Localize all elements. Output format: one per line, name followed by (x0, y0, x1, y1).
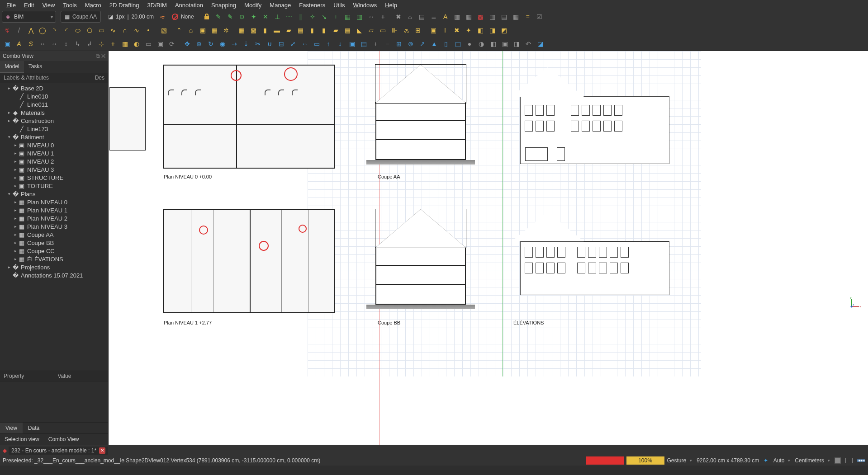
preflight-icon[interactable]: ▦ (464, 11, 474, 22)
building-icon[interactable]: ⌂ (185, 25, 196, 36)
expand-icon[interactable]: ▸ (6, 86, 12, 90)
hatch-icon[interactable]: ◐ (131, 38, 142, 49)
pipe-connector-icon[interactable]: ▰ (330, 25, 341, 36)
status-swatch-icon[interactable] (835, 457, 841, 464)
menu-edit[interactable]: Edit (20, 1, 38, 9)
column-icon[interactable]: ▩ (248, 25, 259, 36)
path-array-icon[interactable]: ↗ (417, 38, 428, 49)
menu-file[interactable]: File (3, 1, 19, 9)
simple-copy-icon[interactable]: ▣ (499, 38, 510, 49)
search-icon[interactable]: ▦ (511, 11, 522, 22)
dimension-vert-icon[interactable]: ↕ (61, 38, 71, 49)
ellipse-tool-icon[interactable]: ⬭ (72, 25, 83, 36)
move-icon[interactable]: ✥ (182, 38, 193, 49)
arc3-tool-icon[interactable]: ◜ (61, 25, 71, 36)
prop-tab-view[interactable]: View (0, 423, 23, 433)
snap-dims-icon[interactable]: ↔ (366, 11, 377, 22)
tree-item[interactable]: ▸▦Coupe CC (0, 247, 108, 255)
toggle-sub-icon[interactable]: ◨ (511, 38, 522, 49)
bezier-tool-icon[interactable]: ∩ (119, 25, 130, 36)
mirror-icon[interactable]: ▲ (429, 38, 440, 49)
remove-comp-icon[interactable]: ▤ (358, 38, 369, 49)
polygon-tool-icon[interactable]: ⬠ (84, 25, 95, 36)
expand-icon[interactable]: ▸ (13, 151, 18, 155)
tree-item[interactable]: ▸▦ÉLÉVATIONS (0, 255, 108, 263)
menu-annotation[interactable]: Annotation (171, 1, 207, 9)
draft2sketch-icon[interactable]: ▭ (311, 38, 322, 49)
split-icon[interactable]: ⊟ (276, 38, 287, 49)
shapestring-icon[interactable]: S (25, 38, 36, 49)
minus-icon[interactable]: − (382, 38, 393, 49)
tree-item[interactable]: ▸▦Coupe BB (0, 239, 108, 247)
nav-axes-icon[interactable]: x y z (849, 296, 862, 309)
menu-view[interactable]: View (38, 1, 58, 9)
add-comp-icon[interactable]: ▣ (346, 38, 357, 49)
status-monitor-icon[interactable] (845, 458, 853, 463)
tree-item[interactable]: ▾�Bâtiment (0, 133, 108, 141)
expand-icon[interactable]: ▸ (6, 110, 12, 115)
fuse-icon[interactable]: ● (464, 38, 475, 49)
roof-icon[interactable]: ◣ (354, 25, 365, 36)
array-polar-icon[interactable]: ⊚ (405, 38, 416, 49)
toggle-grid-icon[interactable]: ⌗ (378, 11, 389, 22)
expand-icon[interactable]: ▸ (13, 167, 18, 172)
join-icon[interactable]: ∪ (264, 38, 275, 49)
space-icon[interactable]: ▦ (209, 25, 220, 36)
menu-windows[interactable]: Windows (349, 1, 380, 9)
ifc-explore-icon[interactable]: ⌂ (405, 11, 416, 22)
snap-perpendicular-icon[interactable]: ⊥ (272, 11, 283, 22)
expand-icon[interactable]: ▸ (13, 175, 18, 180)
section-plane-icon[interactable]: ▦ (119, 38, 130, 49)
snap-parallel-icon[interactable]: ∥ (295, 11, 306, 22)
tree-item[interactable]: ▸▦Plan NIVEAU 0 (0, 198, 108, 206)
facebinder-icon[interactable]: ◩ (498, 25, 509, 36)
clone-icon[interactable]: ◉ (217, 38, 228, 49)
material-icon[interactable]: A (440, 11, 451, 22)
report-icon[interactable]: ▤ (499, 11, 510, 22)
line-width-display[interactable]: ◪ 1px | 20.00 cm (105, 11, 157, 23)
site-icon[interactable]: ⌃ (174, 25, 185, 36)
expand-icon[interactable]: ▸ (13, 159, 18, 164)
tree-item[interactable]: ▸▣NIVEAU 2 (0, 157, 108, 165)
tree-item[interactable]: ▸�Construction (0, 117, 108, 125)
menu-manage[interactable]: Manage (266, 1, 294, 9)
array-ortho-icon[interactable]: ⊞ (394, 38, 404, 49)
close-tab-icon[interactable]: ✕ (99, 447, 105, 454)
model-tree[interactable]: ▸�Base 2D╱Line010╱Line011▸◆Materials▸�Co… (0, 83, 108, 371)
opening-icon[interactable]: ✖ (451, 25, 462, 36)
tab-model[interactable]: Model (0, 61, 24, 73)
expand-icon[interactable]: ▸ (13, 249, 18, 253)
stairs-icon[interactable]: ▤ (342, 25, 353, 36)
level-icon[interactable]: ▣ (197, 25, 208, 36)
text-tool-icon[interactable]: A (14, 38, 24, 49)
tree-item[interactable]: ▸▣NIVEAU 0 (0, 141, 108, 149)
expand-icon[interactable]: ▸ (13, 232, 18, 237)
scale-icon[interactable]: ⤢ (288, 38, 299, 49)
panel-popout-icon[interactable]: ⧉ ✕ (96, 53, 105, 59)
leader-icon[interactable]: ↳ (72, 38, 83, 49)
schedule-icon[interactable]: ▥ (452, 11, 463, 22)
tree-item[interactable]: ▸�Base 2D (0, 84, 108, 92)
snap-endpoint-icon[interactable]: ✎ (213, 11, 224, 22)
preferences-icon[interactable]: ✖ (393, 11, 404, 22)
tree-item[interactable]: ▸▣STRUCTURE (0, 174, 108, 182)
grid-axis-icon[interactable]: ⊹ (96, 38, 107, 49)
layers-manager-icon[interactable]: ≣ (428, 11, 439, 22)
units-selector[interactable]: Centimeters (795, 457, 830, 464)
window-icon[interactable]: ▤ (295, 25, 306, 36)
bspline-tool-icon[interactable]: ∿ (108, 25, 119, 36)
library-icon[interactable]: ▥ (487, 11, 498, 22)
drawing-page-icon[interactable]: ▭ (143, 38, 154, 49)
tree-item[interactable]: ▸◆Materials (0, 108, 108, 117)
curtain-wall-icon[interactable]: ▦ (236, 25, 247, 36)
export-dxf-icon[interactable]: ▣ (155, 38, 166, 49)
viewport-3d[interactable]: Plan NIVEAU 0 +0.00 Coupe AA (109, 51, 868, 445)
tree-item[interactable]: ▸▣NIVEAU 1 (0, 149, 108, 157)
tree-item[interactable]: �Annotations 15.07.2021 (0, 271, 108, 279)
tab-tasks[interactable]: Tasks (24, 61, 47, 73)
dimension-aligned-icon[interactable]: ↔ (37, 38, 48, 49)
tree-item[interactable]: ╱Line010 (0, 92, 108, 100)
snap-angle-icon[interactable]: ✦ (248, 11, 259, 22)
snap-special-icon[interactable]: ✧ (307, 11, 318, 22)
nav-style-selector[interactable]: Gesture (667, 457, 693, 464)
